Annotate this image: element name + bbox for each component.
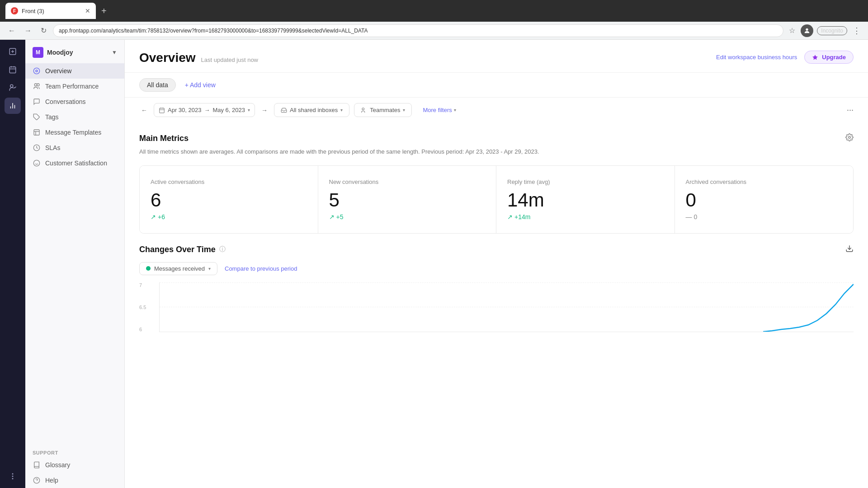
- teammates-filter[interactable]: Teammates ▾: [354, 103, 412, 117]
- inbox-chevron-icon: ▾: [340, 108, 343, 113]
- chart-y-label-6: 6: [139, 327, 146, 332]
- metrics-settings-icon[interactable]: [845, 133, 854, 144]
- svg-point-3: [10, 84, 13, 87]
- sidebar-item-tags[interactable]: Tags: [25, 109, 124, 125]
- sidebar-item-overview[interactable]: Overview: [25, 63, 124, 79]
- svg-rect-2: [9, 67, 16, 73]
- sidebar-item-conversations[interactable]: Conversations: [25, 94, 124, 109]
- slas-icon: [33, 144, 41, 152]
- sidebar-item-glossary[interactable]: Glossary: [25, 457, 124, 473]
- metric-active-change-value: +6: [158, 213, 165, 221]
- metrics-section-title: Main Metrics: [139, 134, 189, 143]
- metric-archived-value: 0: [686, 191, 696, 210]
- changes-title: Changes Over Time: [139, 245, 216, 254]
- sidebar-item-message-templates[interactable]: Message Templates: [25, 125, 124, 140]
- series-chevron-icon: ▾: [208, 266, 211, 271]
- upgrade-label: Upgrade: [822, 54, 846, 61]
- browser-chrome: F Front (3) ✕ +: [0, 0, 868, 22]
- reply-up-arrow-icon: ↗: [507, 213, 513, 221]
- tabs-bar: All data + Add view: [125, 73, 868, 98]
- tab-all-data[interactable]: All data: [139, 78, 176, 92]
- message-templates-icon: [33, 128, 41, 136]
- metrics-cards-grid: Active conversations 6 ↗ +6 New conversa…: [139, 165, 854, 234]
- inbox-filter[interactable]: All shared inboxes ▾: [274, 103, 349, 117]
- metric-new-change-value: +5: [336, 213, 344, 221]
- browser-tab[interactable]: F Front (3) ✕: [5, 3, 96, 19]
- upgrade-button[interactable]: Upgrade: [804, 51, 854, 64]
- chart-y-label-7: 7: [139, 282, 146, 288]
- sidebar-header: M Moodjoy ▼: [25, 40, 124, 61]
- svg-point-8: [36, 70, 38, 72]
- last-updated-text: Last updated just now: [201, 56, 258, 63]
- app-toolbar: [0, 40, 25, 488]
- sidebar-item-customer-satisfaction[interactable]: Customer Satisfaction: [25, 155, 124, 171]
- sidebar-item-help[interactable]: Help: [25, 473, 124, 488]
- more-filters-button[interactable]: More filters ▾: [416, 103, 462, 117]
- date-prev-button[interactable]: ←: [139, 105, 149, 116]
- back-button[interactable]: ←: [5, 25, 18, 37]
- inbox-filter-label: All shared inboxes: [290, 107, 338, 113]
- changes-over-time-section: Changes Over Time ⓘ Messages received ▾ …: [125, 244, 868, 352]
- series-selector-button[interactable]: Messages received ▾: [139, 262, 217, 275]
- metric-reply-label: Reply time (avg): [507, 178, 550, 185]
- metric-new-change: ↗ +5: [329, 213, 344, 221]
- sidebar-item-slas[interactable]: SLAs: [25, 140, 124, 155]
- support-section-label: Support: [25, 445, 124, 457]
- sidebar-item-label: Tags: [45, 113, 59, 121]
- toolbar-more-icon[interactable]: [5, 468, 21, 484]
- app-container: M Moodjoy ▼ Overview Team Performance: [0, 40, 868, 488]
- bookmark-icon[interactable]: ☆: [787, 24, 797, 37]
- more-filters-label: More filters: [423, 107, 452, 113]
- metric-reply-change: ↗ +14m: [507, 213, 530, 221]
- metric-new-value: 5: [329, 191, 340, 210]
- teammates-icon: [361, 107, 367, 113]
- sidebar-item-label: SLAs: [45, 144, 60, 151]
- toolbar-analytics-icon[interactable]: [5, 98, 21, 114]
- svg-point-6: [12, 479, 13, 479]
- tags-icon: [33, 113, 41, 121]
- tab-title: Front (3): [22, 8, 81, 14]
- forward-button[interactable]: →: [22, 25, 34, 37]
- new-up-arrow-icon: ↗: [329, 213, 335, 221]
- workspace-name: Moodjoy: [47, 49, 73, 56]
- profile-icon[interactable]: [801, 24, 813, 37]
- info-icon[interactable]: ⓘ: [219, 245, 226, 253]
- chart-area: [159, 282, 854, 332]
- filters-ellipsis-button[interactable]: ···: [847, 105, 854, 115]
- browser-more-button[interactable]: ⋮: [851, 24, 863, 38]
- add-view-button[interactable]: + Add view: [179, 79, 221, 91]
- svg-point-16: [33, 160, 39, 166]
- workspace-selector[interactable]: M Moodjoy: [33, 47, 73, 58]
- date-to: May 6, 2023: [212, 107, 245, 113]
- calendar-icon: [159, 107, 165, 113]
- teammates-filter-label: Teammates: [370, 107, 400, 113]
- metric-card-active-conversations: Active conversations 6 ↗ +6: [140, 166, 318, 233]
- metric-new-label: New conversations: [329, 178, 379, 185]
- date-from: Apr 30, 2023: [168, 107, 201, 113]
- date-next-button[interactable]: →: [259, 105, 269, 116]
- workspace-chevron-icon[interactable]: ▼: [112, 49, 117, 56]
- toolbar-contacts-icon[interactable]: [5, 80, 21, 96]
- inbox-icon: [281, 107, 287, 113]
- metrics-section-header: Main Metrics: [139, 133, 854, 144]
- filters-bar: ← Apr 30, 2023 → May 6, 2023 ▾ → All sha…: [125, 98, 868, 122]
- page-title-area: Overview Last updated just now: [139, 51, 258, 65]
- chart-container: 7 6.5 6: [139, 282, 854, 341]
- compare-link[interactable]: Compare to previous period: [225, 265, 297, 272]
- date-arrow: →: [204, 107, 210, 113]
- toolbar-calendar-icon[interactable]: [5, 61, 21, 78]
- edit-workspace-hours-link[interactable]: Edit workspace business hours: [716, 54, 797, 61]
- export-button[interactable]: [845, 244, 854, 255]
- metric-active-label: Active conversations: [151, 178, 204, 185]
- series-label: Messages received: [154, 265, 205, 272]
- new-tab-button[interactable]: +: [99, 4, 108, 18]
- tab-close-button[interactable]: ✕: [85, 7, 90, 14]
- chart-gridline-top: [160, 282, 854, 283]
- teammates-chevron-icon: ▾: [403, 108, 405, 113]
- refresh-button[interactable]: ↻: [38, 24, 49, 37]
- chart-y-axis: 7 6.5 6: [139, 282, 149, 332]
- address-bar[interactable]: app.frontapp.com/analytics/team/tim:7858…: [53, 24, 783, 37]
- sidebar-item-team-performance[interactable]: Team Performance: [25, 79, 124, 94]
- date-range-filter[interactable]: Apr 30, 2023 → May 6, 2023 ▾: [154, 103, 255, 117]
- toolbar-compose-icon[interactable]: [5, 43, 21, 60]
